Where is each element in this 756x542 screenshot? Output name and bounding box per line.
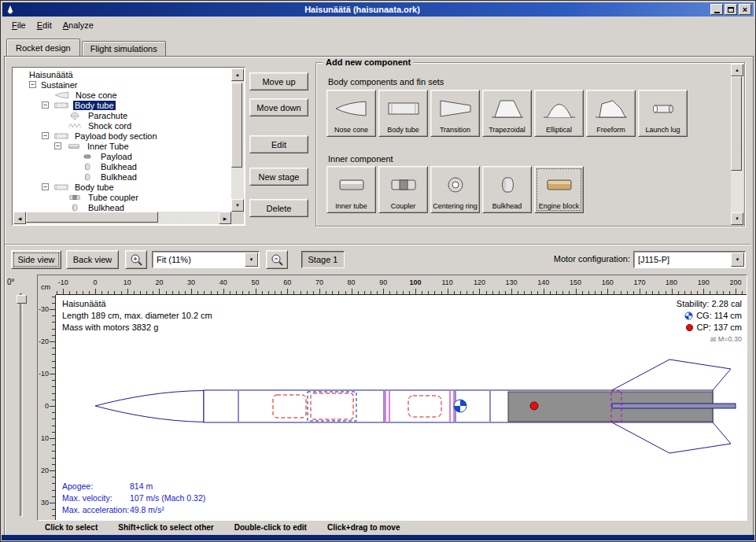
tree-vertical-scrollbar[interactable]: ▲ ▼	[231, 68, 244, 212]
scroll-up-button[interactable]: ▲	[231, 68, 244, 81]
ruler-tick	[52, 329, 55, 330]
hint-drag: Click+drag to move	[327, 523, 400, 532]
delete-button[interactable]: Delete	[249, 199, 308, 217]
scrollbar-track[interactable]	[731, 76, 743, 212]
tree-item-payload-body-section[interactable]: −Payload body section	[13, 131, 231, 141]
rocket-mass: Mass with motors 3832 g	[62, 322, 212, 334]
ruler-tick	[684, 291, 685, 294]
collapse-icon[interactable]: −	[42, 183, 49, 190]
scrollbar-thumb[interactable]	[231, 83, 242, 168]
close-button[interactable]: ×	[739, 4, 751, 15]
ruler-label: 30	[41, 499, 49, 507]
add-component-scrollbar[interactable]: ▲ ▼	[731, 64, 743, 225]
nose-cone-icon	[53, 90, 72, 100]
add-launch-lug-button[interactable]: Launch lug	[638, 90, 688, 137]
tree-item-parachute[interactable]: Parachute	[13, 110, 231, 120]
fin-top-shape[interactable]	[612, 359, 731, 390]
menu-analyze[interactable]: Analyze	[57, 18, 99, 32]
add-elliptical-button[interactable]: Elliptical	[534, 90, 584, 137]
ruler-tick	[52, 426, 55, 426]
collapse-icon[interactable]: −	[42, 101, 49, 109]
move-down-button[interactable]: Move down	[249, 98, 308, 116]
motor-configuration-select[interactable]: [J115-P] ▼	[633, 251, 746, 268]
add-transition-button[interactable]: Transition	[430, 90, 480, 137]
collapse-icon[interactable]: −	[54, 142, 61, 149]
menu-file[interactable]: File	[6, 18, 31, 32]
tree-item-shock-cord[interactable]: Shock cord	[13, 120, 231, 131]
add-coupler-button[interactable]: Coupler	[378, 166, 428, 213]
tab-flight-simulations[interactable]: Flight simulations	[82, 41, 166, 56]
component-tree[interactable]: Haisunäätä−SustainerNose cone−Body tubeP…	[13, 69, 231, 212]
new-stage-button[interactable]: New stage	[249, 168, 308, 186]
scroll-down-button[interactable]: ▼	[231, 199, 244, 212]
tree-horizontal-scrollbar[interactable]: ◀ ▶	[13, 212, 231, 224]
fin-bottom-shape[interactable]	[612, 422, 731, 453]
tree-item-sustainer[interactable]: −Sustainer	[13, 79, 231, 90]
body-components-label: Body components and fin sets	[328, 77, 444, 87]
ruler-tick	[389, 291, 390, 294]
rotation-slider[interactable]	[20, 293, 23, 517]
nose-cone-shape[interactable]	[95, 391, 204, 422]
add-freeform-button[interactable]: Freeform	[586, 90, 636, 137]
stage-1-toggle[interactable]: Stage 1	[301, 251, 345, 268]
scroll-left-button[interactable]: ◀	[13, 212, 26, 224]
add-bulkhead-button[interactable]: Bulkhead	[482, 166, 532, 213]
titlebar[interactable]: Haisunäätä (haisunaata.ork) ×	[2, 2, 754, 17]
component-button-label: Coupler	[379, 202, 427, 212]
component-button-label: Bulkhead	[483, 202, 531, 212]
component-icon-wrap	[431, 167, 479, 202]
scrollbar-thumb[interactable]	[26, 212, 158, 223]
edit-button[interactable]: Edit	[249, 135, 308, 153]
zoom-select[interactable]: Fit (11%) ▼	[152, 251, 260, 268]
tab-rocket-design[interactable]: Rocket design	[6, 39, 80, 56]
scrollbar-track[interactable]	[231, 81, 244, 199]
menu-edit[interactable]: Edit	[31, 18, 57, 32]
move-up-button[interactable]: Move up	[249, 72, 308, 90]
maximize-button[interactable]	[725, 4, 737, 15]
ruler-tick	[52, 458, 55, 459]
close-icon: ×	[743, 6, 747, 13]
scroll-down-button[interactable]: ▼	[731, 212, 743, 225]
rotation-slider-handle[interactable]	[17, 295, 27, 304]
tree-item-label: Bulkhead	[99, 172, 138, 182]
scroll-up-button[interactable]: ▲	[731, 64, 743, 76]
rocket-canvas[interactable]: Haisunäätä Length 189 cm, max. diameter …	[56, 295, 747, 520]
tree-item-tube-coupler[interactable]: Tube coupler	[13, 192, 231, 202]
side-view-button[interactable]: Side view	[11, 250, 61, 269]
tree-item-nose-cone[interactable]: Nose cone	[13, 90, 231, 100]
back-view-button[interactable]: Back view	[66, 250, 119, 269]
add-centering-ring-button[interactable]: Centering ring	[430, 166, 480, 213]
tree-item-body-tube[interactable]: −Body tube	[13, 182, 231, 192]
ruler-label: -20	[39, 337, 49, 345]
tree-item-inner-tube[interactable]: −Inner Tube	[13, 141, 231, 151]
scrollbar-track[interactable]	[26, 212, 219, 224]
tree-item-bulkhead[interactable]: Bulkhead	[13, 202, 231, 212]
zoom-in-button[interactable]	[125, 250, 147, 269]
chevron-down-icon[interactable]: ▼	[731, 253, 744, 267]
tree-item-bulkhead[interactable]: Bulkhead	[13, 161, 231, 171]
add-trapezoidal-button[interactable]: Trapezoidal	[482, 90, 532, 137]
scroll-right-button[interactable]: ▶	[219, 212, 231, 224]
tree-item-label: Haisunäätä	[28, 70, 75, 79]
tree-item-payload[interactable]: Payload	[13, 151, 231, 161]
ruler-tick	[582, 291, 583, 294]
collapse-icon[interactable]: −	[42, 132, 49, 139]
minimize-button[interactable]	[710, 4, 723, 15]
component-button-label: Inner tube	[327, 202, 375, 212]
ruler-tick	[434, 291, 435, 294]
collapse-icon[interactable]: −	[29, 81, 36, 88]
scrollbar-thumb[interactable]	[731, 76, 742, 171]
ruler-tick	[505, 291, 506, 294]
fin-edge-shape[interactable]	[612, 404, 736, 408]
add-body-tube-button[interactable]: Body tube	[378, 90, 428, 137]
tree-item-body-tube[interactable]: −Body tube	[13, 100, 231, 110]
add-engine-block-button[interactable]: Engine block	[534, 166, 584, 213]
ruler-tick	[249, 291, 249, 294]
zoom-out-button[interactable]	[266, 250, 288, 269]
add-inner-tube-button[interactable]: Inner tube	[326, 166, 376, 213]
tree-item-bulkhead[interactable]: Bulkhead	[13, 171, 231, 182]
chevron-down-icon[interactable]: ▼	[245, 253, 258, 267]
apogee-label: Apogee:	[62, 481, 130, 492]
tree-item-haisun-t[interactable]: Haisunäätä	[13, 69, 231, 79]
add-nose-cone-button[interactable]: Nose cone	[326, 90, 376, 137]
